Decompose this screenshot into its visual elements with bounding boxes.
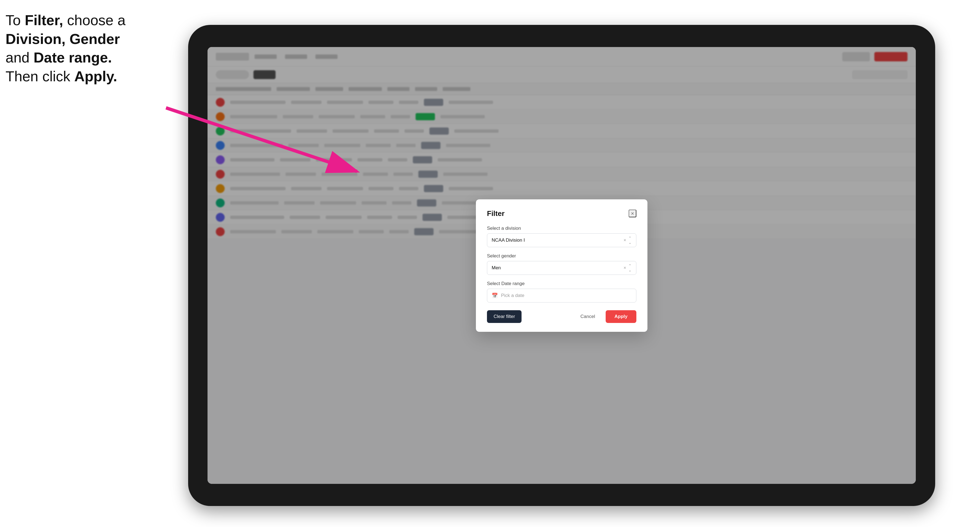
division-clear-icon[interactable]: ×: [624, 238, 626, 243]
division-value: NCAA Division I: [492, 238, 525, 243]
date-range-input[interactable]: 📅 Pick a date: [487, 289, 636, 303]
date-label: Select Date range: [487, 281, 636, 286]
date-form-group: Select Date range 📅 Pick a date: [487, 281, 636, 303]
gender-label: Select gender: [487, 253, 636, 259]
instruction-line1: To Filter, choose a: [6, 12, 126, 28]
filter-modal: Filter × Select a division NCAA Division…: [476, 199, 648, 332]
apply-button[interactable]: Apply: [606, 310, 636, 323]
cancel-button[interactable]: Cancel: [574, 310, 602, 323]
instruction-line3: and Date range.: [6, 49, 112, 65]
clear-filter-button[interactable]: Clear filter: [487, 310, 522, 323]
gender-value: Men: [492, 265, 501, 271]
gender-clear-icon[interactable]: ×: [624, 265, 626, 270]
division-select[interactable]: NCAA Division I × ⌃⌄: [487, 233, 636, 247]
gender-form-group: Select gender Men × ⌃⌄: [487, 253, 636, 275]
date-placeholder: Pick a date: [501, 293, 524, 298]
tablet-screen: Filter × Select a division NCAA Division…: [207, 47, 916, 484]
gender-select[interactable]: Men × ⌃⌄: [487, 261, 636, 275]
gender-select-controls: × ⌃⌄: [624, 264, 632, 272]
modal-title: Filter: [487, 209, 505, 218]
instruction-bold2: Division, Gender: [6, 31, 120, 47]
tablet-frame: Filter × Select a division NCAA Division…: [188, 25, 935, 506]
division-label: Select a division: [487, 225, 636, 231]
modal-overlay: Filter × Select a division NCAA Division…: [207, 47, 916, 484]
modal-header: Filter ×: [487, 209, 636, 218]
modal-close-button[interactable]: ×: [628, 210, 636, 217]
calendar-icon: 📅: [492, 292, 498, 298]
modal-footer: Clear filter Cancel Apply: [487, 310, 636, 323]
division-form-group: Select a division NCAA Division I × ⌃⌄: [487, 225, 636, 247]
division-select-controls: × ⌃⌄: [624, 236, 632, 245]
instruction-text: To Filter, choose a Division, Gender and…: [6, 11, 166, 86]
gender-arrow-icon: ⌃⌄: [628, 264, 632, 272]
division-arrow-icon: ⌃⌄: [628, 236, 632, 245]
instruction-line4: Then click Apply.: [6, 68, 117, 84]
modal-footer-right: Cancel Apply: [574, 310, 636, 323]
